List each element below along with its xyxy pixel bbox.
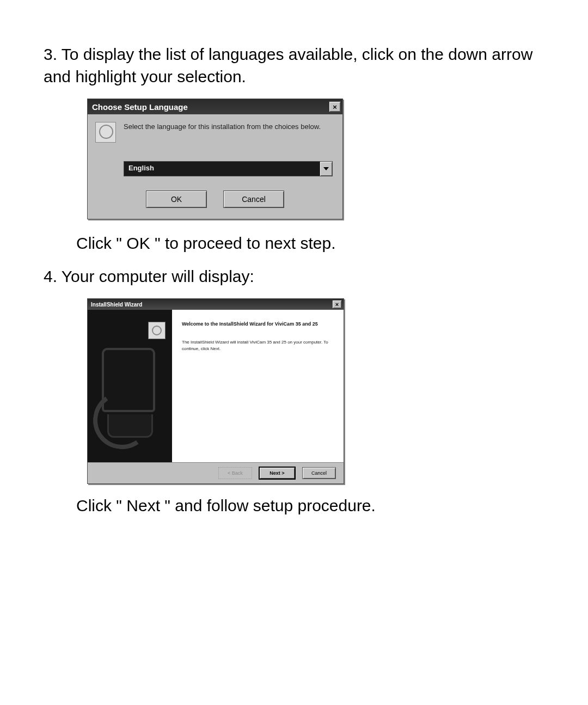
page-bottom-whitespace <box>44 528 544 706</box>
cancel-button[interactable]: Cancel <box>302 467 336 479</box>
step4-after-text: Click " Next " and follow setup procedur… <box>44 495 544 517</box>
back-button: < Back <box>218 467 252 479</box>
document-page: 3. To display the list of languages avai… <box>0 0 588 705</box>
ok-button[interactable]: OK <box>146 191 207 208</box>
setup-disc-icon <box>148 322 166 339</box>
dialog2-titlebar: InstallShield Wizard × <box>88 299 344 310</box>
close-icon: × <box>335 301 339 308</box>
wizard-welcome-heading: Welcome to the InstallShield Wizard for … <box>182 321 334 327</box>
next-button[interactable]: Next > <box>259 467 296 480</box>
installshield-wizard-dialog: InstallShield Wizard × Welcome to the In… <box>87 298 344 484</box>
step4-instruction: 4. Your computer will display: <box>44 266 544 288</box>
dialog1-body: Select the language for this installatio… <box>88 114 342 148</box>
dialog2-main: Welcome to the InstallShield Wizard for … <box>88 310 344 462</box>
dialog1-message: Select the language for this installatio… <box>124 122 321 143</box>
chevron-down-icon <box>323 167 329 170</box>
dialog2-title: InstallShield Wizard <box>91 302 142 308</box>
computer-base-graphic <box>107 414 153 438</box>
language-dropdown[interactable]: English <box>124 161 333 176</box>
step3-after-text: Click " OK " to proceed to next step. <box>44 232 544 255</box>
wizard-side-panel <box>88 310 172 462</box>
dialog2-footer: < Back Next > Cancel <box>88 462 344 483</box>
cancel-button[interactable]: Cancel <box>223 191 284 208</box>
dialog1-button-row: OK Cancel <box>88 182 342 219</box>
dialog2-content: Welcome to the InstallShield Wizard for … <box>172 310 344 462</box>
close-icon: × <box>333 103 337 111</box>
dropdown-arrow-button[interactable] <box>320 162 332 176</box>
wizard-body-text: The InstallShield Wizard will install Vi… <box>182 339 334 352</box>
setup-globe-icon <box>95 122 116 143</box>
choose-language-dialog: Choose Setup Language × Select the langu… <box>87 99 343 219</box>
dialog1-title: Choose Setup Language <box>92 102 188 112</box>
step3-instruction: 3. To display the list of languages avai… <box>44 44 544 88</box>
close-button[interactable]: × <box>329 101 341 112</box>
close-button[interactable]: × <box>332 300 342 309</box>
selected-language: English <box>124 162 320 176</box>
dialog1-titlebar: Choose Setup Language × <box>88 99 342 114</box>
